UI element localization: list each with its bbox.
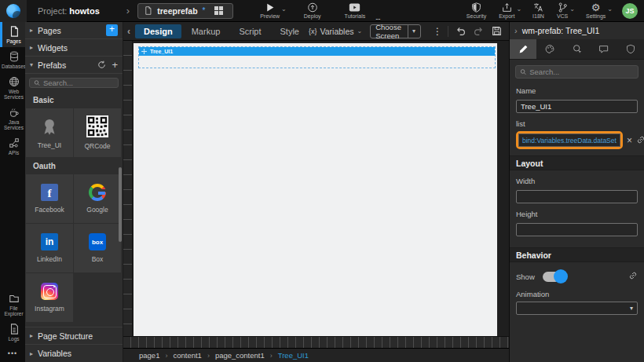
breadcrumb-tree-ui1[interactable]: Tree_UI1 <box>278 351 309 360</box>
settings-button[interactable]: ⚙ Settings <box>586 2 606 19</box>
explorer-scrollbar[interactable] <box>119 167 122 242</box>
security-button[interactable]: Security <box>467 2 486 19</box>
pages-grid-icon[interactable] <box>214 6 223 15</box>
list-bind-value[interactable]: bind:Variables.treeData.dataSet <box>518 133 620 147</box>
tab-properties[interactable] <box>510 39 536 59</box>
rail-item-logs[interactable]: Logs <box>0 320 25 345</box>
animation-select[interactable]: ▾ <box>516 302 638 315</box>
screen-size-select[interactable]: -- Choose Screen Size -- ▾ <box>370 24 421 38</box>
rail-item-file-explorer[interactable]: File Explorer <box>0 289 25 320</box>
save-button[interactable] <box>488 26 506 36</box>
prefab-tile-tree-ui[interactable]: Tree_UI <box>26 108 73 157</box>
rail-item-pages[interactable]: Pages <box>0 22 25 47</box>
preview-button[interactable]: Preview <box>260 2 280 19</box>
box-icon: box <box>89 233 106 250</box>
pencil-icon <box>518 44 529 54</box>
chevron-down-icon: ⌄ <box>357 27 362 35</box>
group-basic-label: Basic <box>25 91 123 108</box>
horizontal-ruler <box>123 336 509 348</box>
deploy-label: Deploy <box>304 13 321 19</box>
prefab-search-input[interactable] <box>43 79 114 87</box>
rail-item-apis[interactable]: APIs <box>0 133 25 159</box>
prefab-tile-facebook[interactable]: f Facebook <box>26 174 73 223</box>
breadcrumb-page-content1[interactable]: page_content1 <box>215 351 265 360</box>
section-prefabs[interactable]: ▾ Prefabs + <box>25 57 123 74</box>
section-page-structure[interactable]: ▸ Page Structure <box>25 327 123 345</box>
chat-bubble-icon <box>598 44 609 54</box>
show-toggle[interactable] <box>543 272 566 282</box>
app-logo[interactable] <box>0 0 27 22</box>
rail-label: Web Services <box>2 89 25 100</box>
bind-link-icon[interactable] <box>636 133 644 148</box>
user-avatar[interactable]: JS <box>622 3 638 19</box>
tab-styles[interactable] <box>536 39 563 59</box>
breadcrumb-content1[interactable]: content1 <box>173 351 201 360</box>
redo-icon <box>474 26 484 36</box>
prefab-tile-google[interactable]: Google <box>74 174 121 223</box>
deploy-button[interactable]: Deploy <box>304 2 321 19</box>
vcs-button[interactable]: VCS <box>557 2 568 19</box>
prefab-tile-qrcode[interactable]: QRCode <box>74 108 121 157</box>
prefab-tile-box[interactable]: box Box <box>74 224 121 272</box>
collapse-left-panel-button[interactable]: ‹ <box>123 26 134 37</box>
i18n-button[interactable]: I18N <box>532 2 544 19</box>
export-icon <box>502 2 512 13</box>
dropdown-arrow-icon: ▾ <box>630 305 633 312</box>
globe-icon <box>9 76 20 87</box>
settings-caret-icon[interactable]: ⌄ <box>607 5 613 13</box>
design-canvas[interactable]: Tree_UI1 <box>134 43 497 336</box>
prefab-tile-instagram[interactable]: Instagram <box>26 273 73 322</box>
tutorials-button[interactable]: Tutorials <box>345 2 366 19</box>
properties-search-input[interactable] <box>529 68 634 76</box>
behavior-section-header[interactable]: Behavior <box>510 247 644 262</box>
branch-icon <box>558 2 568 13</box>
rail-item-web-services[interactable]: Web Services <box>0 72 25 103</box>
export-button[interactable]: Export <box>499 2 514 19</box>
instagram-icon <box>41 283 58 300</box>
widget-title-bar[interactable]: Tree_UI1 <box>139 47 495 56</box>
wavemaker-logo-icon <box>6 4 20 18</box>
section-widgets[interactable]: ▸ Widgets <box>25 39 123 57</box>
tab-events[interactable] <box>591 39 617 59</box>
linkedin-icon: in <box>41 233 58 250</box>
rail-item-databases[interactable]: Databases <box>0 47 25 72</box>
export-caret-icon[interactable]: ⌄ <box>516 5 521 13</box>
refresh-prefabs-icon[interactable] <box>97 58 106 72</box>
tab-style[interactable]: Style <box>272 24 308 38</box>
tab-markup[interactable]: Markup <box>183 24 229 38</box>
rail-item-java-services[interactable]: Java Services <box>0 103 25 133</box>
collapse-properties-icon[interactable]: › <box>514 26 518 35</box>
more-options-icon[interactable]: ••• <box>0 345 25 362</box>
canvas-more-menu[interactable]: ⋮ <box>427 26 448 37</box>
prefabs-list: Basic Tree_UI QRCode Oauth f Facebo <box>25 74 123 327</box>
properties-search[interactable] <box>515 65 639 79</box>
translate-icon <box>532 2 543 13</box>
name-field-input[interactable] <box>516 100 638 113</box>
wavemaker-studio: Project: howtos › treeprefab * Preview ⌄… <box>0 0 644 362</box>
toggle-knob <box>554 269 568 283</box>
width-field-input[interactable] <box>516 190 638 203</box>
add-page-button[interactable]: + <box>106 24 118 36</box>
height-field-input[interactable] <box>516 223 638 236</box>
breadcrumb-page1[interactable]: page1 <box>139 351 159 360</box>
add-prefab-icon[interactable]: + <box>112 61 118 69</box>
undo-button[interactable] <box>452 26 470 36</box>
selected-widget-tree-ui1[interactable]: Tree_UI1 <box>138 46 496 68</box>
clear-bind-icon[interactable]: × <box>627 135 632 146</box>
prefab-search[interactable] <box>29 78 119 88</box>
variables-dropdown[interactable]: {x} Variables ⌄ <box>309 27 362 36</box>
redo-button[interactable] <box>470 26 488 36</box>
prefab-tile-linkedin[interactable]: in LinkedIn <box>26 224 73 272</box>
section-variables[interactable]: ▸ Variables <box>25 345 123 362</box>
tab-design[interactable]: Design <box>135 24 181 38</box>
layout-section-header[interactable]: Layout <box>510 155 644 170</box>
tab-security[interactable] <box>617 39 644 59</box>
show-bind-link-icon[interactable] <box>628 269 638 283</box>
tab-inspect[interactable] <box>563 39 590 59</box>
preview-caret-icon[interactable]: ⌄ <box>281 5 287 13</box>
vcs-caret-icon[interactable]: ⌄ <box>569 5 575 13</box>
open-file-tab[interactable]: treeprefab * <box>137 3 233 19</box>
tab-script[interactable]: Script <box>230 24 269 38</box>
section-pages[interactable]: ▸ Pages + <box>25 22 123 39</box>
section-page-structure-label: Page Structure <box>38 331 118 341</box>
